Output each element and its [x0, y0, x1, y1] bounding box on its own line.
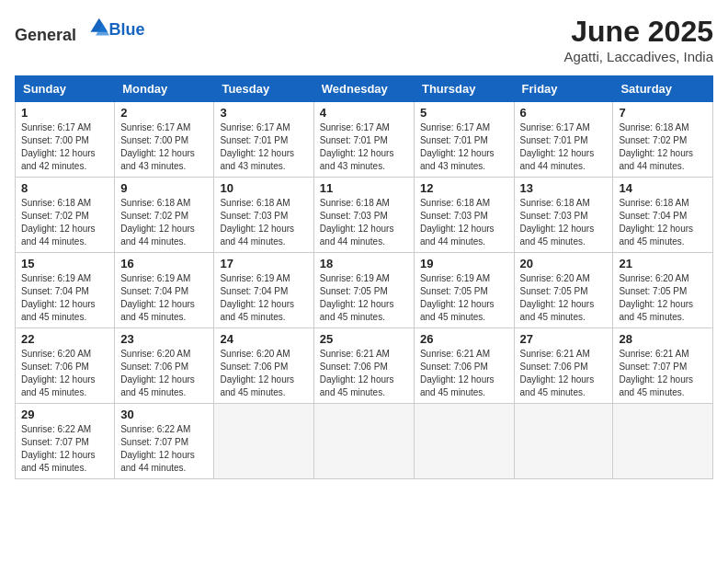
calendar-cell: 8Sunrise: 6:18 AMSunset: 7:02 PMDaylight… — [16, 178, 115, 253]
day-number: 9 — [120, 181, 208, 195]
calendar-cell: 9Sunrise: 6:18 AMSunset: 7:02 PMDaylight… — [115, 178, 214, 253]
day-info: Sunrise: 6:18 AMSunset: 7:04 PMDaylight:… — [619, 197, 707, 248]
day-number: 13 — [520, 181, 608, 195]
day-number: 4 — [320, 106, 408, 120]
day-info: Sunrise: 6:18 AMSunset: 7:02 PMDaylight:… — [619, 121, 707, 173]
day-number: 12 — [420, 181, 508, 195]
day-info: Sunrise: 6:17 AMSunset: 7:00 PMDaylight:… — [21, 121, 108, 173]
weekday-header: Friday — [514, 76, 613, 102]
day-info: Sunrise: 6:18 AMSunset: 7:03 PMDaylight:… — [320, 197, 408, 248]
calendar-cell: 1Sunrise: 6:17 AMSunset: 7:00 PMDaylight… — [16, 102, 115, 178]
calendar-cell: 30Sunrise: 6:22 AMSunset: 7:07 PMDayligh… — [115, 404, 214, 479]
calendar-cell: 23Sunrise: 6:20 AMSunset: 7:06 PMDayligh… — [115, 328, 214, 404]
day-number: 21 — [619, 257, 707, 270]
day-info: Sunrise: 6:17 AMSunset: 7:01 PMDaylight:… — [320, 121, 408, 173]
calendar-cell: 22Sunrise: 6:20 AMSunset: 7:06 PMDayligh… — [16, 328, 115, 404]
day-info: Sunrise: 6:18 AMSunset: 7:02 PMDaylight:… — [21, 197, 108, 248]
day-number: 5 — [420, 106, 508, 120]
day-info: Sunrise: 6:20 AMSunset: 7:06 PMDaylight:… — [21, 348, 108, 399]
calendar-cell: 2Sunrise: 6:17 AMSunset: 7:00 PMDaylight… — [115, 102, 214, 178]
calendar-cell: 6Sunrise: 6:17 AMSunset: 7:01 PMDaylight… — [514, 102, 613, 178]
calendar-cell: 20Sunrise: 6:20 AMSunset: 7:05 PMDayligh… — [514, 253, 613, 328]
calendar-cell: 29Sunrise: 6:22 AMSunset: 7:07 PMDayligh… — [16, 404, 115, 479]
day-number: 22 — [21, 332, 108, 346]
weekday-header: Sunday — [16, 76, 115, 102]
day-info: Sunrise: 6:20 AMSunset: 7:05 PMDaylight:… — [520, 272, 608, 324]
calendar-cell — [414, 404, 514, 479]
calendar-cell: 14Sunrise: 6:18 AMSunset: 7:04 PMDayligh… — [613, 178, 713, 253]
day-info: Sunrise: 6:20 AMSunset: 7:06 PMDaylight:… — [220, 348, 307, 399]
day-info: Sunrise: 6:19 AMSunset: 7:05 PMDaylight:… — [420, 272, 508, 324]
day-info: Sunrise: 6:17 AMSunset: 7:01 PMDaylight:… — [520, 121, 608, 173]
day-number: 6 — [520, 106, 608, 120]
day-info: Sunrise: 6:19 AMSunset: 7:04 PMDaylight:… — [21, 272, 108, 324]
day-number: 25 — [320, 332, 408, 346]
day-info: Sunrise: 6:22 AMSunset: 7:07 PMDaylight:… — [21, 423, 108, 475]
day-info: Sunrise: 6:18 AMSunset: 7:02 PMDaylight:… — [120, 197, 208, 248]
calendar-cell: 16Sunrise: 6:19 AMSunset: 7:04 PMDayligh… — [115, 253, 214, 328]
weekday-header: Thursday — [414, 76, 514, 102]
day-number: 14 — [619, 181, 707, 195]
day-info: Sunrise: 6:22 AMSunset: 7:07 PMDaylight:… — [120, 423, 208, 475]
location-title: Agatti, Laccadives, India — [563, 49, 713, 64]
calendar-cell: 13Sunrise: 6:18 AMSunset: 7:03 PMDayligh… — [514, 178, 613, 253]
logo: General Blue — [15, 15, 145, 45]
day-info: Sunrise: 6:21 AMSunset: 7:06 PMDaylight:… — [420, 348, 508, 399]
day-info: Sunrise: 6:18 AMSunset: 7:03 PMDaylight:… — [520, 197, 608, 248]
day-info: Sunrise: 6:17 AMSunset: 7:00 PMDaylight:… — [120, 121, 208, 173]
calendar-cell: 5Sunrise: 6:17 AMSunset: 7:01 PMDaylight… — [414, 102, 514, 178]
calendar-cell: 19Sunrise: 6:19 AMSunset: 7:05 PMDayligh… — [414, 253, 514, 328]
day-number: 24 — [220, 332, 307, 346]
header: General Blue June 2025 Agatti, Laccadive… — [15, 15, 713, 64]
calendar-cell: 12Sunrise: 6:18 AMSunset: 7:03 PMDayligh… — [414, 178, 514, 253]
calendar-cell: 11Sunrise: 6:18 AMSunset: 7:03 PMDayligh… — [313, 178, 414, 253]
day-number: 2 — [120, 106, 208, 120]
title-area: June 2025 Agatti, Laccadives, India — [563, 15, 713, 64]
day-number: 1 — [21, 106, 108, 120]
calendar-cell: 18Sunrise: 6:19 AMSunset: 7:05 PMDayligh… — [313, 253, 414, 328]
calendar-cell: 21Sunrise: 6:20 AMSunset: 7:05 PMDayligh… — [613, 253, 713, 328]
day-number: 10 — [220, 181, 307, 195]
day-number: 30 — [120, 408, 208, 421]
calendar-cell: 24Sunrise: 6:20 AMSunset: 7:06 PMDayligh… — [214, 328, 313, 404]
calendar-cell — [313, 404, 414, 479]
calendar-cell: 4Sunrise: 6:17 AMSunset: 7:01 PMDaylight… — [313, 102, 414, 178]
calendar-cell — [514, 404, 613, 479]
day-info: Sunrise: 6:18 AMSunset: 7:03 PMDaylight:… — [420, 197, 508, 248]
day-info: Sunrise: 6:21 AMSunset: 7:06 PMDaylight:… — [520, 348, 608, 399]
day-number: 19 — [420, 257, 508, 270]
calendar-cell: 25Sunrise: 6:21 AMSunset: 7:06 PMDayligh… — [313, 328, 414, 404]
day-info: Sunrise: 6:20 AMSunset: 7:05 PMDaylight:… — [619, 272, 707, 324]
calendar-cell: 26Sunrise: 6:21 AMSunset: 7:06 PMDayligh… — [414, 328, 514, 404]
day-info: Sunrise: 6:21 AMSunset: 7:07 PMDaylight:… — [619, 348, 707, 399]
weekday-header: Tuesday — [214, 76, 313, 102]
day-number: 11 — [320, 181, 408, 195]
weekday-header: Monday — [115, 76, 214, 102]
calendar-cell: 17Sunrise: 6:19 AMSunset: 7:04 PMDayligh… — [214, 253, 313, 328]
logo-general: General — [15, 26, 76, 44]
day-number: 15 — [21, 257, 108, 270]
day-number: 20 — [520, 257, 608, 270]
day-number: 8 — [21, 181, 108, 195]
calendar-cell — [613, 404, 713, 479]
day-number: 29 — [21, 408, 108, 421]
day-info: Sunrise: 6:21 AMSunset: 7:06 PMDaylight:… — [320, 348, 408, 399]
day-number: 16 — [120, 257, 208, 270]
day-info: Sunrise: 6:17 AMSunset: 7:01 PMDaylight:… — [220, 121, 307, 173]
calendar-cell — [214, 404, 313, 479]
calendar-cell: 3Sunrise: 6:17 AMSunset: 7:01 PMDaylight… — [214, 102, 313, 178]
calendar-cell: 7Sunrise: 6:18 AMSunset: 7:02 PMDaylight… — [613, 102, 713, 178]
calendar-cell: 28Sunrise: 6:21 AMSunset: 7:07 PMDayligh… — [613, 328, 713, 404]
weekday-header: Saturday — [613, 76, 713, 102]
day-number: 26 — [420, 332, 508, 346]
month-title: June 2025 — [563, 15, 713, 49]
day-info: Sunrise: 6:20 AMSunset: 7:06 PMDaylight:… — [120, 348, 208, 399]
day-info: Sunrise: 6:19 AMSunset: 7:05 PMDaylight:… — [320, 272, 408, 324]
day-info: Sunrise: 6:19 AMSunset: 7:04 PMDaylight:… — [220, 272, 307, 324]
day-number: 28 — [619, 332, 707, 346]
day-number: 23 — [120, 332, 208, 346]
day-number: 18 — [320, 257, 408, 270]
day-number: 27 — [520, 332, 608, 346]
day-number: 3 — [220, 106, 307, 120]
day-number: 17 — [220, 257, 307, 270]
